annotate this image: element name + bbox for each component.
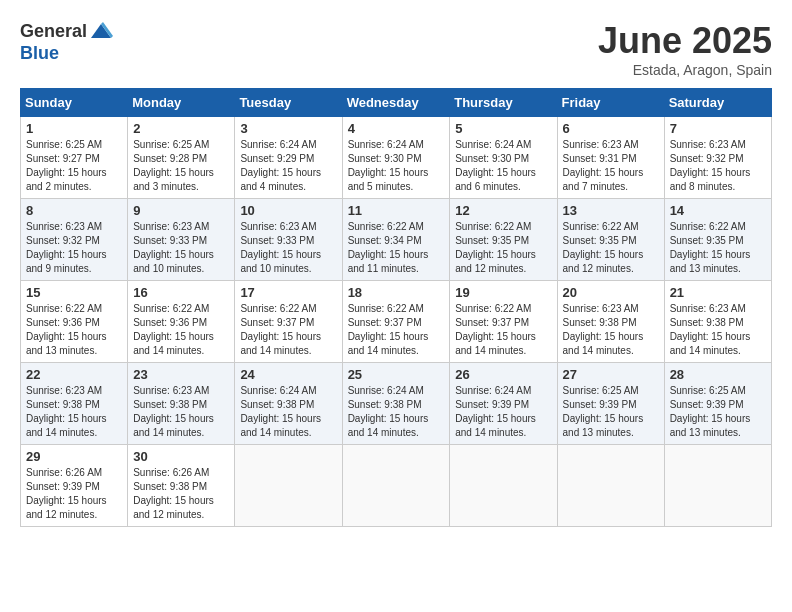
day-number: 23 — [133, 367, 229, 382]
day-number: 26 — [455, 367, 551, 382]
calendar-header-thursday: Thursday — [450, 89, 557, 117]
calendar-cell: 18Sunrise: 6:22 AMSunset: 9:37 PMDayligh… — [342, 281, 450, 363]
day-number: 24 — [240, 367, 336, 382]
calendar-cell — [235, 445, 342, 527]
day-number: 9 — [133, 203, 229, 218]
calendar-header-friday: Friday — [557, 89, 664, 117]
day-number: 14 — [670, 203, 766, 218]
calendar-header-row: SundayMondayTuesdayWednesdayThursdayFrid… — [21, 89, 772, 117]
day-info: Sunrise: 6:23 AMSunset: 9:33 PMDaylight:… — [133, 220, 229, 276]
calendar-header-sunday: Sunday — [21, 89, 128, 117]
calendar-cell: 14Sunrise: 6:22 AMSunset: 9:35 PMDayligh… — [664, 199, 771, 281]
calendar-table: SundayMondayTuesdayWednesdayThursdayFrid… — [20, 88, 772, 527]
calendar-cell: 11Sunrise: 6:22 AMSunset: 9:34 PMDayligh… — [342, 199, 450, 281]
day-number: 7 — [670, 121, 766, 136]
day-number: 3 — [240, 121, 336, 136]
day-info: Sunrise: 6:23 AMSunset: 9:38 PMDaylight:… — [133, 384, 229, 440]
calendar-cell: 20Sunrise: 6:23 AMSunset: 9:38 PMDayligh… — [557, 281, 664, 363]
day-number: 25 — [348, 367, 445, 382]
calendar-header-monday: Monday — [128, 89, 235, 117]
calendar-header-saturday: Saturday — [664, 89, 771, 117]
day-number: 30 — [133, 449, 229, 464]
day-info: Sunrise: 6:23 AMSunset: 9:31 PMDaylight:… — [563, 138, 659, 194]
day-number: 11 — [348, 203, 445, 218]
calendar-cell: 12Sunrise: 6:22 AMSunset: 9:35 PMDayligh… — [450, 199, 557, 281]
day-number: 27 — [563, 367, 659, 382]
logo-blue-text: Blue — [20, 44, 113, 64]
day-info: Sunrise: 6:25 AMSunset: 9:39 PMDaylight:… — [670, 384, 766, 440]
title-block: June 2025 Estada, Aragon, Spain — [598, 20, 772, 78]
calendar-cell — [450, 445, 557, 527]
day-info: Sunrise: 6:23 AMSunset: 9:32 PMDaylight:… — [26, 220, 122, 276]
calendar-cell: 2Sunrise: 6:25 AMSunset: 9:28 PMDaylight… — [128, 117, 235, 199]
day-number: 16 — [133, 285, 229, 300]
day-number: 5 — [455, 121, 551, 136]
calendar-cell: 3Sunrise: 6:24 AMSunset: 9:29 PMDaylight… — [235, 117, 342, 199]
day-info: Sunrise: 6:22 AMSunset: 9:35 PMDaylight:… — [670, 220, 766, 276]
calendar-week-row: 1Sunrise: 6:25 AMSunset: 9:27 PMDaylight… — [21, 117, 772, 199]
calendar-cell: 29Sunrise: 6:26 AMSunset: 9:39 PMDayligh… — [21, 445, 128, 527]
calendar-cell: 8Sunrise: 6:23 AMSunset: 9:32 PMDaylight… — [21, 199, 128, 281]
calendar-cell: 6Sunrise: 6:23 AMSunset: 9:31 PMDaylight… — [557, 117, 664, 199]
calendar-cell: 21Sunrise: 6:23 AMSunset: 9:38 PMDayligh… — [664, 281, 771, 363]
day-number: 17 — [240, 285, 336, 300]
calendar-week-row: 8Sunrise: 6:23 AMSunset: 9:32 PMDaylight… — [21, 199, 772, 281]
month-title: June 2025 — [598, 20, 772, 62]
calendar-cell: 15Sunrise: 6:22 AMSunset: 9:36 PMDayligh… — [21, 281, 128, 363]
calendar-cell: 23Sunrise: 6:23 AMSunset: 9:38 PMDayligh… — [128, 363, 235, 445]
day-info: Sunrise: 6:22 AMSunset: 9:35 PMDaylight:… — [563, 220, 659, 276]
day-number: 21 — [670, 285, 766, 300]
day-info: Sunrise: 6:25 AMSunset: 9:39 PMDaylight:… — [563, 384, 659, 440]
day-info: Sunrise: 6:22 AMSunset: 9:37 PMDaylight:… — [240, 302, 336, 358]
calendar-week-row: 29Sunrise: 6:26 AMSunset: 9:39 PMDayligh… — [21, 445, 772, 527]
day-number: 6 — [563, 121, 659, 136]
day-info: Sunrise: 6:25 AMSunset: 9:27 PMDaylight:… — [26, 138, 122, 194]
day-info: Sunrise: 6:24 AMSunset: 9:30 PMDaylight:… — [455, 138, 551, 194]
day-info: Sunrise: 6:22 AMSunset: 9:35 PMDaylight:… — [455, 220, 551, 276]
calendar-cell: 10Sunrise: 6:23 AMSunset: 9:33 PMDayligh… — [235, 199, 342, 281]
day-number: 15 — [26, 285, 122, 300]
calendar-cell: 5Sunrise: 6:24 AMSunset: 9:30 PMDaylight… — [450, 117, 557, 199]
day-number: 10 — [240, 203, 336, 218]
calendar-cell — [664, 445, 771, 527]
calendar-cell: 25Sunrise: 6:24 AMSunset: 9:38 PMDayligh… — [342, 363, 450, 445]
day-info: Sunrise: 6:24 AMSunset: 9:39 PMDaylight:… — [455, 384, 551, 440]
day-info: Sunrise: 6:22 AMSunset: 9:34 PMDaylight:… — [348, 220, 445, 276]
day-number: 20 — [563, 285, 659, 300]
logo-icon — [89, 20, 113, 44]
location: Estada, Aragon, Spain — [598, 62, 772, 78]
day-info: Sunrise: 6:23 AMSunset: 9:38 PMDaylight:… — [563, 302, 659, 358]
calendar-cell: 16Sunrise: 6:22 AMSunset: 9:36 PMDayligh… — [128, 281, 235, 363]
day-number: 13 — [563, 203, 659, 218]
day-info: Sunrise: 6:22 AMSunset: 9:37 PMDaylight:… — [455, 302, 551, 358]
day-info: Sunrise: 6:23 AMSunset: 9:38 PMDaylight:… — [26, 384, 122, 440]
day-number: 18 — [348, 285, 445, 300]
calendar-cell: 9Sunrise: 6:23 AMSunset: 9:33 PMDaylight… — [128, 199, 235, 281]
calendar-cell — [557, 445, 664, 527]
calendar-cell: 26Sunrise: 6:24 AMSunset: 9:39 PMDayligh… — [450, 363, 557, 445]
calendar-cell — [342, 445, 450, 527]
logo-general-text: General — [20, 22, 87, 42]
day-info: Sunrise: 6:24 AMSunset: 9:29 PMDaylight:… — [240, 138, 336, 194]
day-info: Sunrise: 6:23 AMSunset: 9:32 PMDaylight:… — [670, 138, 766, 194]
logo: General Blue — [20, 20, 113, 64]
calendar-cell: 22Sunrise: 6:23 AMSunset: 9:38 PMDayligh… — [21, 363, 128, 445]
day-info: Sunrise: 6:24 AMSunset: 9:38 PMDaylight:… — [348, 384, 445, 440]
calendar-header-wednesday: Wednesday — [342, 89, 450, 117]
calendar-cell: 27Sunrise: 6:25 AMSunset: 9:39 PMDayligh… — [557, 363, 664, 445]
day-info: Sunrise: 6:26 AMSunset: 9:39 PMDaylight:… — [26, 466, 122, 522]
calendar-week-row: 15Sunrise: 6:22 AMSunset: 9:36 PMDayligh… — [21, 281, 772, 363]
day-number: 19 — [455, 285, 551, 300]
calendar-cell: 4Sunrise: 6:24 AMSunset: 9:30 PMDaylight… — [342, 117, 450, 199]
calendar-week-row: 22Sunrise: 6:23 AMSunset: 9:38 PMDayligh… — [21, 363, 772, 445]
day-number: 29 — [26, 449, 122, 464]
page-header: General Blue June 2025 Estada, Aragon, S… — [20, 20, 772, 78]
calendar-cell: 7Sunrise: 6:23 AMSunset: 9:32 PMDaylight… — [664, 117, 771, 199]
calendar-cell: 17Sunrise: 6:22 AMSunset: 9:37 PMDayligh… — [235, 281, 342, 363]
day-number: 2 — [133, 121, 229, 136]
calendar-cell: 30Sunrise: 6:26 AMSunset: 9:38 PMDayligh… — [128, 445, 235, 527]
calendar-cell: 28Sunrise: 6:25 AMSunset: 9:39 PMDayligh… — [664, 363, 771, 445]
day-info: Sunrise: 6:23 AMSunset: 9:38 PMDaylight:… — [670, 302, 766, 358]
day-number: 1 — [26, 121, 122, 136]
day-number: 22 — [26, 367, 122, 382]
